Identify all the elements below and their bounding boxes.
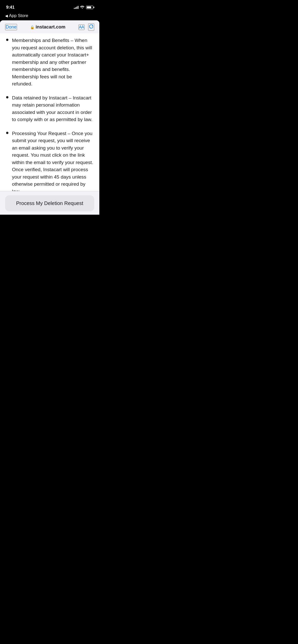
bullet-text: Processing Your Request – Once you submi… [12, 130, 93, 191]
refresh-button[interactable] [88, 23, 94, 31]
back-chevron-icon: ◀ [5, 14, 8, 18]
address-bar: Done 🔒 instacart.com AA [0, 20, 99, 33]
content-area[interactable]: Memberships and Benefits – When you requ… [0, 33, 99, 191]
bullet-dot [6, 96, 8, 98]
browser-chrome: Done 🔒 instacart.com AA Memberships and … [0, 20, 99, 215]
bullet-text: Data retained by Instacart – Instacart m… [12, 94, 93, 123]
aa-button[interactable]: AA [78, 24, 85, 30]
list-item: Data retained by Instacart – Instacart m… [6, 94, 93, 123]
signal-icon [74, 6, 78, 9]
process-deletion-button[interactable]: Process My Deletion Request [5, 195, 94, 211]
browser-actions: AA [78, 23, 94, 31]
status-time: 9:41 [6, 5, 15, 10]
partial-bullet-text: Memberships and Benefits – When you requ… [12, 37, 93, 88]
app-store-label: App Store [9, 13, 28, 18]
button-area: Process My Deletion Request [0, 191, 99, 215]
url-text: instacart.com [36, 24, 65, 30]
battery-icon [86, 6, 93, 9]
status-icons [74, 6, 93, 9]
bullet-dot [6, 132, 8, 134]
bullet-list: Data retained by Instacart – Instacart m… [6, 94, 93, 191]
list-item: Processing Your Request – Once you submi… [6, 130, 93, 191]
partial-bullet-item: Memberships and Benefits – When you requ… [6, 36, 93, 88]
url-display: 🔒 instacart.com [17, 24, 78, 30]
bullet-dot [6, 39, 8, 41]
app-store-bar: ◀ App Store [0, 13, 99, 20]
wifi-icon [80, 6, 84, 9]
done-button[interactable]: Done [5, 24, 17, 30]
lock-icon: 🔒 [30, 25, 34, 29]
status-bar: 9:41 [0, 0, 99, 13]
